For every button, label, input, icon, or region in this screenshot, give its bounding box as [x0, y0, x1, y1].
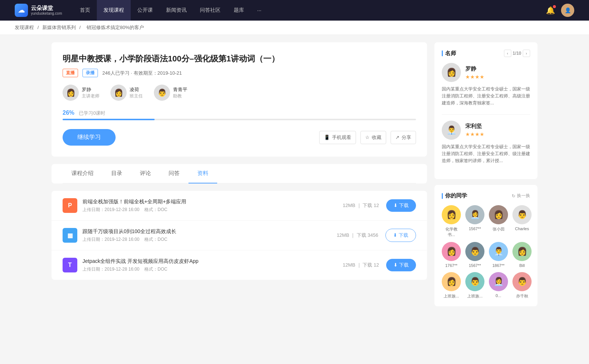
right-teacher-1: 👨‍💼 宋利坚 ★★★★ 国内某重点大学安全工程专业硕士，国家一级注册消防工程师… — [442, 121, 530, 165]
resource-title-2: Jetpack全组件实战 开发短视频应用高仿皮皮虾App — [82, 258, 343, 265]
upload-date-1: 上传日期：2019-12-28 16:00 — [82, 237, 140, 242]
actions-right: 📱 手机观看 ☆ 收藏 ↗ 分享 — [319, 131, 416, 144]
right-teacher-0: 👩 罗静 ★★★★ 国内某重点大学安全工程专业硕士，国家一级注册消防工程师、注册… — [442, 63, 530, 107]
refresh-label: 换一换 — [517, 193, 530, 199]
resource-meta-2: 上传日期：2019-12-28 16:00 格式：DOC — [82, 266, 343, 272]
nav-news[interactable]: 新闻资讯 — [159, 0, 193, 21]
nav-qa[interactable]: 问答社区 — [193, 0, 227, 21]
right-teacher-desc-1: 国内某重点大学安全工程专业硕士，国家一级注册消防工程师、注册安全工程师、级注册建… — [442, 143, 530, 165]
course-actions: 继续学习 📱 手机观看 ☆ 收藏 ↗ 分享 — [63, 129, 416, 146]
logo[interactable]: ☁ 云朵课堂 yunduoketang.com — [15, 4, 62, 17]
logo-icon: ☁ — [15, 4, 28, 17]
main-container: 明星中教授课，小学阶段语法100分–强化级第1讲动词（一） 直播 录播 246人… — [37, 35, 552, 320]
classmate-avatar-0: 👩 — [442, 205, 461, 224]
classmate-0: 👩 化学教书... — [442, 205, 461, 238]
right-panel: 名师 ‹ 1/10 › 👩 罗静 ★★★★ 国内某重点大学安 — [434, 42, 537, 312]
teacher-0: 👩 罗静 主讲老师 — [63, 85, 99, 101]
breadcrumb-link-series[interactable]: 新媒体营销系列 — [42, 25, 76, 30]
resource-title-0: 前端全栈加强版！前端全栈+全周期+多端应用 — [82, 199, 343, 205]
logo-text: 云朵课堂 yunduoketang.com — [31, 5, 62, 16]
classmate-avatar-9: 👨 — [465, 272, 484, 291]
section-nav: ‹ 1/10 › — [504, 50, 530, 57]
resource-stats-0: 12MB ｜ 下载 12 — [343, 202, 379, 209]
course-meta: 直播 录播 246人已学习 · 有效期至：2019-10-21 — [63, 69, 416, 77]
classmate-name-1: 1567** — [469, 226, 481, 231]
upload-date-0: 上传日期：2019-12-28 16:00 — [82, 207, 140, 212]
teacher-avatar-0: 👩 — [63, 85, 79, 101]
upload-date-2: 上传日期：2019-12-28 16:00 — [82, 267, 140, 272]
classmate-2: 👩 张小田 — [489, 205, 508, 238]
mobile-label: 手机观看 — [332, 134, 351, 141]
classmate-10: 👩‍💼 0... — [489, 272, 508, 299]
classmate-name-2: 张小田 — [493, 226, 505, 232]
notification-dot — [553, 5, 556, 8]
notification-bell[interactable]: 🔔 — [546, 6, 555, 15]
breadcrumb: 发现课程 / 新媒体营销系列 / 销冠修炼术搞定80%的客户 — [0, 21, 589, 35]
star-icon: ☆ — [365, 135, 370, 140]
classmates-title: 你的同学 — [442, 192, 467, 199]
refresh-button[interactable]: ↻ 换一换 — [512, 193, 530, 199]
resource-icon-0: P — [63, 198, 77, 213]
teacher-role-2: 助教 — [173, 93, 187, 99]
tabs-card: 课程介绍 目录 评论 问答 资料 — [52, 164, 427, 183]
download-button-0[interactable]: ⬇ 下载 — [386, 199, 416, 212]
format-0: 格式：DOC — [144, 207, 167, 212]
tab-comment[interactable]: 评论 — [131, 164, 160, 183]
resource-icon-1: ▦ — [63, 228, 77, 243]
teachers-list: 👩 罗静 主讲老师 👩 凌荷 班主任 👨 青青平 — [63, 85, 416, 101]
resource-info-2: Jetpack全组件实战 开发短视频应用高仿皮皮虾App 上传日期：2019-1… — [82, 258, 343, 272]
tab-intro[interactable]: 课程介绍 — [63, 164, 102, 183]
tab-qa[interactable]: 问答 — [160, 164, 188, 183]
prev-page-button[interactable]: ‹ — [504, 50, 511, 57]
nav-open[interactable]: 公开课 — [131, 0, 159, 21]
user-avatar[interactable]: 👤 — [561, 4, 574, 17]
resource-list: P 前端全栈加强版！前端全栈+全周期+多端应用 上传日期：2019-12-28 … — [52, 191, 427, 280]
classmate-avatar-2: 👩 — [489, 205, 508, 224]
resource-icon-2: T — [63, 258, 77, 272]
progress-sub: 已学习0课时 — [79, 110, 105, 116]
progress-bar-fill — [63, 119, 155, 120]
right-teacher-detail-1: 宋利坚 ★★★★ — [465, 123, 484, 137]
mobile-watch-button[interactable]: 📱 手机观看 — [319, 131, 356, 144]
classmate-avatar-10: 👩‍💼 — [489, 272, 508, 291]
nav-more[interactable]: ··· — [251, 0, 268, 21]
nav-quiz[interactable]: 题库 — [227, 0, 251, 21]
badge-live: 直播 — [63, 69, 78, 77]
continue-button[interactable]: 继续学习 — [63, 129, 116, 146]
classmate-avatar-5: 👨 — [465, 242, 484, 261]
collect-button[interactable]: ☆ 收藏 — [360, 131, 386, 144]
mobile-icon: 📱 — [324, 135, 330, 140]
teachers-title-text: 名师 — [445, 50, 456, 57]
next-page-button[interactable]: › — [523, 50, 530, 57]
resource-title-1: 跟随千万级项目从0到100全过程高效成长 — [82, 228, 337, 235]
classmate-7: 👩 Bill — [512, 242, 532, 268]
classmate-name-10: 0... — [495, 293, 501, 298]
course-title: 明星中教授课，小学阶段语法100分–强化级第1讲动词（一） — [63, 53, 416, 64]
download-button-1[interactable]: ⬇ 下载 — [385, 229, 416, 242]
breadcrumb-sep1: / — [38, 25, 40, 30]
download-button-2[interactable]: ⬇ 下载 — [386, 259, 416, 271]
classmate-avatar-11: 👨 — [512, 272, 532, 291]
share-label: 分享 — [402, 134, 411, 141]
tab-catalog[interactable]: 目录 — [102, 164, 131, 183]
classmate-name-3: Charles — [515, 226, 529, 231]
tab-resource[interactable]: 资料 — [188, 164, 217, 183]
classmate-name-5: 1567** — [469, 263, 481, 268]
nav-home[interactable]: 首页 — [73, 0, 97, 21]
classmate-6: 👨‍💼 1867** — [489, 242, 508, 268]
resource-stats-1: 12MB ｜ 下载 3456 — [337, 232, 378, 239]
right-teacher-desc-0: 国内某重点大学安全工程专业硕士，国家一级注册消防工程师、注册安全工程师、高级注册… — [442, 86, 530, 107]
breadcrumb-link-discover[interactable]: 发现课程 — [15, 25, 34, 30]
share-icon: ↗ — [395, 135, 399, 140]
breadcrumb-sep2: / — [79, 25, 82, 30]
classmate-avatar-6: 👨‍💼 — [489, 242, 508, 261]
progress-label: 26% — [63, 110, 74, 116]
classmate-avatar-8: 👩 — [442, 272, 461, 291]
resource-meta-1: 上传日期：2019-12-28 16:00 格式：DOC — [82, 236, 337, 243]
teachers-card: 名师 ‹ 1/10 › 👩 罗静 ★★★★ 国内某重点大学安 — [434, 42, 537, 179]
classmate-1: 👩‍💼 1567** — [465, 205, 484, 238]
nav-discover[interactable]: 发现课程 — [97, 0, 131, 21]
refresh-icon: ↻ — [512, 193, 515, 199]
resource-meta-0: 上传日期：2019-12-28 16:00 格式：DOC — [82, 207, 343, 213]
share-button[interactable]: ↗ 分享 — [391, 131, 416, 144]
